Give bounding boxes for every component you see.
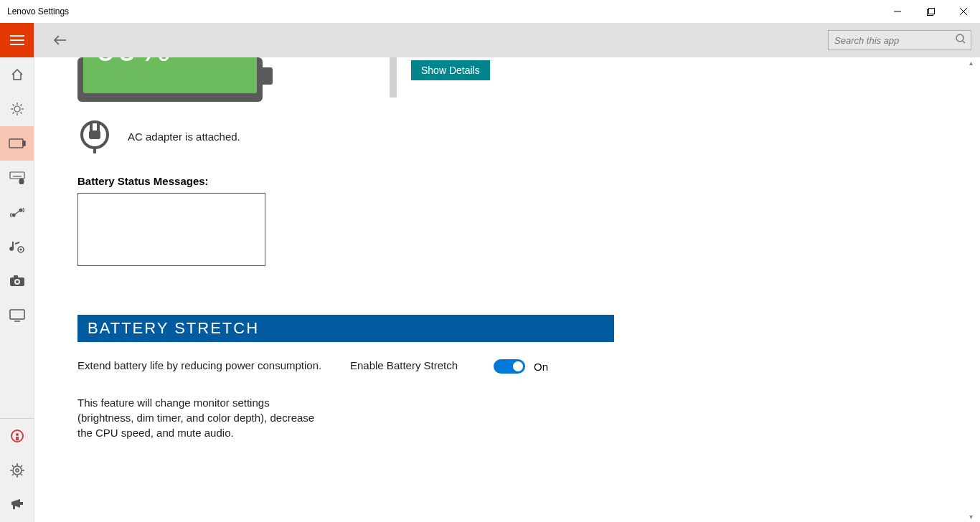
svg-rect-33 <box>14 275 18 278</box>
sidebar-item-multimedia[interactable] <box>0 229 34 264</box>
battery-stretch-toggle-state: On <box>534 361 548 373</box>
battery-status-messages-label: Battery Status Messages: <box>77 175 980 187</box>
svg-line-13 <box>12 105 14 106</box>
svg-rect-40 <box>16 437 19 440</box>
vertical-divider <box>390 57 397 98</box>
close-button[interactable] <box>947 0 980 23</box>
sidebar-item-power[interactable] <box>0 126 34 161</box>
svg-line-14 <box>20 113 22 114</box>
scroll-down-icon[interactable]: ▾ <box>969 513 973 521</box>
svg-rect-51 <box>20 502 23 505</box>
battery-percent: 99% <box>96 57 172 70</box>
top-bar <box>34 23 980 57</box>
sidebar-item-input[interactable] <box>0 161 34 195</box>
enable-battery-stretch-label: Enable Battery Stretch <box>350 359 494 374</box>
sidebar-item-camera[interactable] <box>0 264 34 298</box>
svg-rect-52 <box>13 505 15 509</box>
scrollbar[interactable]: ▴ ▾ <box>968 57 979 522</box>
svg-rect-2 <box>928 8 934 14</box>
svg-rect-17 <box>9 139 23 148</box>
svg-line-49 <box>12 474 14 475</box>
scroll-up-icon[interactable]: ▴ <box>969 59 973 67</box>
battery-status-messages-box <box>77 193 265 266</box>
battery-stretch-intro: Extend battery life by reducing power co… <box>77 359 350 374</box>
battery-stretch-description: This feature will change monitor setting… <box>77 395 329 440</box>
main-content: 99% Show Details AC adapter is attached.… <box>34 57 980 522</box>
svg-point-35 <box>16 280 19 283</box>
sidebar-item-home[interactable] <box>0 57 34 92</box>
svg-line-55 <box>963 41 965 43</box>
maximize-button[interactable] <box>914 0 947 23</box>
minimize-button[interactable] <box>881 0 914 23</box>
battery-stretch-header: BATTERY STRETCH <box>77 315 614 342</box>
svg-point-42 <box>16 469 19 472</box>
window-controls <box>881 0 980 23</box>
svg-point-26 <box>19 179 24 184</box>
sidebar-item-user[interactable] <box>0 419 34 453</box>
svg-line-48 <box>21 474 22 475</box>
svg-point-41 <box>13 466 22 475</box>
svg-rect-59 <box>89 130 100 139</box>
svg-point-54 <box>956 34 963 42</box>
sidebar <box>0 23 34 522</box>
svg-line-29 <box>14 210 21 215</box>
svg-line-50 <box>21 465 22 467</box>
back-button[interactable] <box>46 26 75 54</box>
svg-line-47 <box>12 465 14 467</box>
show-details-button[interactable]: Show Details <box>411 60 490 80</box>
hamburger-button[interactable] <box>0 23 34 57</box>
sidebar-item-display[interactable] <box>0 298 34 333</box>
title-bar: Lenovo Settings <box>0 0 980 23</box>
sidebar-item-quick-settings[interactable] <box>0 92 34 126</box>
svg-point-8 <box>14 106 20 112</box>
svg-point-31 <box>19 249 22 251</box>
sidebar-item-feedback[interactable] <box>0 488 34 522</box>
plug-icon <box>77 119 112 153</box>
svg-rect-18 <box>23 141 25 146</box>
ac-status-text: AC adapter is attached. <box>128 130 240 143</box>
search-box[interactable] <box>828 30 971 50</box>
svg-rect-19 <box>10 172 24 179</box>
svg-line-15 <box>12 113 14 114</box>
sidebar-item-settings[interactable] <box>0 453 34 488</box>
search-icon <box>956 34 966 47</box>
svg-point-39 <box>16 433 19 436</box>
battery-stretch-toggle[interactable] <box>494 359 525 374</box>
svg-rect-36 <box>10 310 24 319</box>
window-title: Lenovo Settings <box>7 6 69 16</box>
sidebar-item-network[interactable] <box>0 195 34 229</box>
battery-graphic: 99% <box>77 57 273 102</box>
svg-line-16 <box>20 105 22 106</box>
search-input[interactable] <box>834 35 956 46</box>
